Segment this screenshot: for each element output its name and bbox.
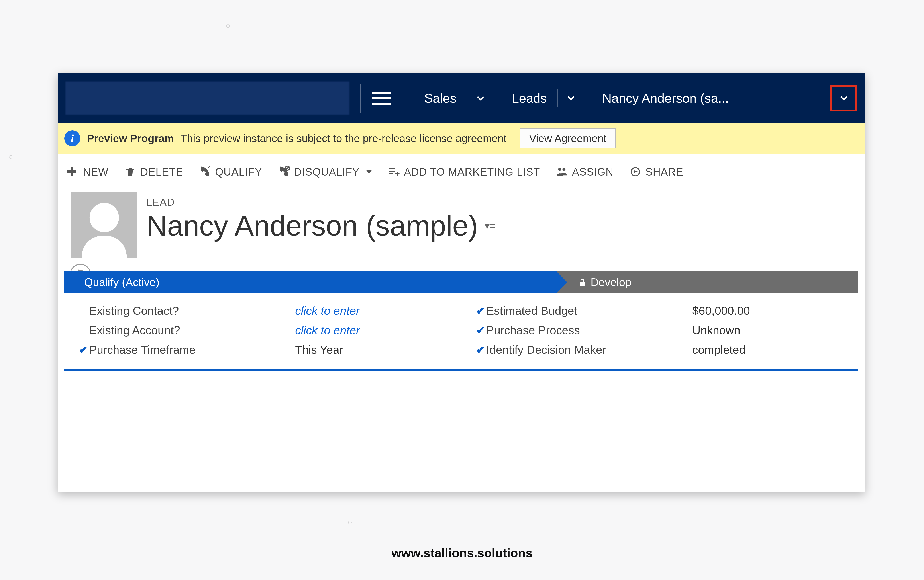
disqualify-button[interactable]: DISQUALIFY bbox=[277, 166, 372, 178]
record-name: Nancy Anderson (sample) bbox=[146, 209, 478, 242]
svg-point-2 bbox=[558, 168, 561, 171]
trash-icon bbox=[124, 166, 136, 178]
process-fields: Existing Contact?click to enterExisting … bbox=[64, 293, 858, 371]
field-label: Estimated Budget bbox=[486, 304, 692, 317]
caret-down-icon bbox=[366, 170, 372, 174]
avatar bbox=[71, 192, 137, 258]
info-icon: i bbox=[64, 130, 80, 146]
check-icon: ✔ bbox=[475, 344, 486, 356]
field-label: Identify Decision Maker bbox=[486, 343, 692, 356]
nav-divider bbox=[467, 89, 467, 107]
field-label: Purchase Timeframe bbox=[89, 343, 295, 356]
process-flow: Qualify (Active) Develop bbox=[58, 265, 865, 293]
cmd-label: DELETE bbox=[140, 166, 183, 178]
nav-entity-dropdown[interactable] bbox=[562, 95, 580, 102]
cmd-label: QUALIFY bbox=[215, 166, 262, 178]
process-field-row[interactable]: Existing Account?click to enter bbox=[78, 320, 452, 340]
crm-window: Sales Leads Nancy Anderson (sa... i Prev… bbox=[58, 73, 865, 492]
watermark: www.stallions.solutions bbox=[0, 545, 924, 560]
process-fields-right: ✔Estimated Budget$60,000.00✔Purchase Pro… bbox=[461, 293, 858, 369]
process-field-row[interactable]: ✔Identify Decision Makercompleted bbox=[475, 340, 849, 359]
cmd-label: NEW bbox=[83, 166, 109, 178]
stage-label: Qualify (Active) bbox=[84, 276, 159, 289]
assign-button[interactable]: ASSIGN bbox=[556, 166, 614, 178]
check-icon: ✔ bbox=[475, 305, 486, 317]
svg-point-3 bbox=[562, 168, 566, 171]
share-icon bbox=[629, 166, 642, 178]
field-value: $60,000.00 bbox=[692, 304, 849, 317]
lock-icon bbox=[579, 278, 586, 287]
plus-icon: ✚ bbox=[66, 166, 79, 178]
nav-entity-label: Leads bbox=[512, 91, 547, 105]
brand-slot bbox=[65, 82, 349, 115]
nav-area-dropdown[interactable] bbox=[472, 95, 490, 102]
new-button[interactable]: ✚ NEW bbox=[66, 166, 109, 178]
nav-record[interactable]: Nancy Anderson (sa... bbox=[596, 89, 736, 108]
nav-area-label: Sales bbox=[424, 91, 456, 105]
record-title: Nancy Anderson (sample) ▾≡ bbox=[146, 209, 495, 242]
entity-type-label: LEAD bbox=[146, 196, 495, 208]
delete-button[interactable]: DELETE bbox=[124, 166, 183, 178]
stage-label: Develop bbox=[591, 276, 631, 289]
phone-cancel-icon bbox=[277, 166, 290, 178]
field-value-link[interactable]: click to enter bbox=[295, 324, 452, 337]
process-field-row[interactable]: ✔Purchase ProcessUnknown bbox=[475, 320, 849, 340]
field-value: completed bbox=[692, 343, 849, 356]
svg-line-1 bbox=[286, 166, 289, 170]
chevron-down-icon bbox=[568, 94, 574, 101]
nav-record-dropdown[interactable] bbox=[830, 85, 857, 112]
nav-divider bbox=[360, 84, 361, 113]
chevron-down-icon bbox=[477, 94, 484, 101]
notice-message: This preview instance is subject to the … bbox=[180, 132, 507, 145]
nav-entity-leads[interactable]: Leads bbox=[505, 89, 553, 108]
nav-divider bbox=[739, 89, 740, 107]
stage-develop[interactable]: Develop bbox=[556, 272, 858, 293]
field-label: Purchase Process bbox=[486, 324, 692, 337]
record-quick-menu[interactable]: ▾≡ bbox=[485, 220, 495, 231]
stage-qualify[interactable]: Qualify (Active) bbox=[64, 272, 556, 293]
global-nav: Sales Leads Nancy Anderson (sa... bbox=[58, 73, 865, 123]
chevron-down-icon bbox=[840, 94, 847, 101]
share-button[interactable]: SHARE bbox=[629, 166, 683, 178]
process-field-row[interactable]: ✔Estimated Budget$60,000.00 bbox=[475, 301, 849, 320]
sitemap-button[interactable] bbox=[372, 92, 391, 105]
svg-point-4 bbox=[89, 203, 119, 232]
add-to-marketing-list-button[interactable]: ADD TO MARKETING LIST bbox=[388, 166, 540, 178]
cmd-label: DISQUALIFY bbox=[294, 166, 360, 178]
cmd-label: ASSIGN bbox=[572, 166, 614, 178]
notice-title: Preview Program bbox=[87, 132, 174, 145]
process-field-row[interactable]: Existing Contact?click to enter bbox=[78, 301, 452, 320]
nav-record-label: Nancy Anderson (sa... bbox=[602, 91, 729, 105]
person-icon bbox=[75, 196, 133, 258]
cmd-label: SHARE bbox=[645, 166, 683, 178]
field-label: Existing Account? bbox=[89, 324, 295, 337]
list-add-icon bbox=[388, 166, 400, 178]
preview-program-bar: i Preview Program This preview instance … bbox=[58, 123, 865, 154]
command-bar: ✚ NEW DELETE QUALIFY DISQUALIFY ADD TO M… bbox=[58, 154, 865, 189]
nav-divider bbox=[558, 89, 558, 107]
check-icon: ✔ bbox=[475, 324, 486, 336]
process-field-row[interactable]: ✔Purchase TimeframeThis Year bbox=[78, 340, 452, 359]
field-value: Unknown bbox=[692, 324, 849, 337]
phone-check-icon bbox=[199, 166, 211, 178]
cmd-label: ADD TO MARKETING LIST bbox=[404, 166, 540, 178]
check-icon: ✔ bbox=[78, 344, 89, 356]
process-fields-left: Existing Contact?click to enterExisting … bbox=[64, 293, 461, 369]
field-value: This Year bbox=[295, 343, 452, 356]
view-agreement-button[interactable]: View Agreement bbox=[520, 129, 616, 148]
qualify-button[interactable]: QUALIFY bbox=[199, 166, 262, 178]
nav-area-sales[interactable]: Sales bbox=[417, 89, 463, 108]
field-label: Existing Contact? bbox=[89, 304, 295, 317]
record-header: LEAD Nancy Anderson (sample) ▾≡ bbox=[58, 189, 865, 265]
field-value-link[interactable]: click to enter bbox=[295, 304, 452, 317]
assign-icon bbox=[556, 166, 568, 178]
